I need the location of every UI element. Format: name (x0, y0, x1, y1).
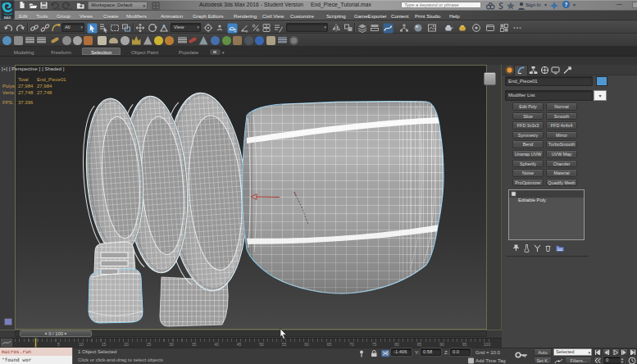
sign-in-button[interactable]: Sign In (526, 2, 541, 7)
window-edge-button[interactable] (632, 2, 637, 8)
make-unique-icon[interactable] (533, 243, 542, 253)
ribbon-cone-icon[interactable] (143, 36, 152, 45)
command-panel-tab-motion-icon[interactable] (540, 66, 549, 75)
configure-modifier-sets-icon[interactable] (555, 243, 564, 253)
ribbon-lines-icon[interactable] (178, 37, 187, 43)
new-scene-icon[interactable] (17, 0, 28, 11)
menu-tools[interactable]: Tools (36, 13, 48, 19)
ribbon-tab-object-paint[interactable]: Object Paint (131, 49, 157, 55)
render-production-icon[interactable] (457, 23, 467, 33)
previous-frame-button[interactable] (603, 348, 611, 356)
undo-icon[interactable] (3, 23, 13, 33)
z-coordinate-field[interactable]: 0.0 (450, 348, 471, 356)
search-input[interactable] (401, 2, 481, 8)
spinner-snap-icon[interactable] (262, 23, 271, 33)
modifier-button-material[interactable]: Material (546, 169, 577, 177)
modifier-button-bend[interactable]: Bend (512, 140, 544, 148)
modifier-button-slice[interactable]: Slice (512, 112, 544, 121)
modifier-button-ffd-4x4x4[interactable]: FFD 4x4x4 (546, 121, 577, 130)
menu-create[interactable]: Create (103, 13, 118, 19)
time-slider-next-arrow[interactable]: ▶ (65, 331, 67, 336)
ribbon-swirl-icon[interactable] (2, 36, 11, 45)
stack-item-editable-poly[interactable]: Editable Poly (509, 190, 584, 198)
ribbon-sphere-icon[interactable] (121, 36, 130, 45)
ribbon-globe-icon[interactable] (211, 36, 220, 45)
redo-icon[interactable] (61, 0, 72, 11)
menu-civil-view[interactable]: Civil View (262, 13, 284, 19)
menu-rendering[interactable]: Rendering (234, 13, 257, 19)
angle-snap-icon[interactable]: n (239, 23, 249, 33)
material-editor-icon[interactable] (413, 23, 423, 33)
macro-recorder-line[interactable]: macros.run (0, 348, 73, 356)
key-mode-dropdown[interactable]: Selected▾ (553, 348, 592, 356)
help-icon[interactable]: ? (562, 1, 570, 8)
modifier-button-mirror[interactable]: Mirror (546, 131, 577, 139)
y-coordinate-field[interactable]: 0.58 (421, 348, 441, 356)
modifier-button-uvw-map[interactable]: UVW Map (546, 150, 577, 158)
ribbon-sun-icon[interactable] (154, 36, 163, 45)
menu-modifiers[interactable]: Modifiers (126, 13, 147, 19)
viewport-pov-label[interactable]: [ Perspective ] (9, 66, 40, 71)
ribbon-list2-icon[interactable] (37, 37, 46, 43)
command-panel-tab-display-icon[interactable] (551, 66, 560, 75)
workspace-dropdown[interactable]: Workspace: Default▾ (88, 1, 148, 10)
ribbon-mountain-icon[interactable] (199, 36, 208, 45)
bind-to-space-warp-icon[interactable] (51, 23, 61, 33)
rendered-frame-window-icon[interactable] (427, 23, 437, 33)
modifier-list-dropdown[interactable]: Modifier List (505, 90, 593, 101)
edit-named-selection-sets-icon[interactable] (273, 23, 283, 33)
window-crossing-icon[interactable] (121, 23, 131, 33)
select-and-manipulate-icon[interactable] (215, 23, 225, 33)
curve-editor-icon[interactable] (383, 23, 394, 34)
command-panel-tab-utilities-icon[interactable] (562, 66, 571, 75)
modifier-button-symmetry[interactable]: Symmetry (512, 131, 544, 139)
menu-print-studio[interactable]: Print Studio (415, 13, 441, 19)
layer-manager-icon[interactable] (357, 23, 367, 33)
command-panel-tab-modify-icon[interactable] (516, 66, 526, 75)
modifier-button-ffd-3x3x3[interactable]: FFD 3x3x3 (512, 121, 544, 130)
modifier-button-quadify-mesh[interactable]: Quadify Mesh (546, 179, 577, 187)
remove-modifier-icon[interactable] (544, 243, 553, 253)
open-file-icon[interactable] (28, 0, 39, 11)
time-tag-icon[interactable] (467, 357, 475, 364)
maxscript-listener-line[interactable]: "found wor (0, 356, 73, 364)
save-file-icon[interactable] (39, 0, 49, 11)
ribbon-cube-icon[interactable] (98, 36, 107, 45)
workspace-grid-icon[interactable] (151, 1, 160, 10)
select-object-icon[interactable] (87, 23, 98, 34)
mini-curve-editor-button[interactable] (1, 339, 12, 347)
modifier-button-smooth[interactable]: Smooth (546, 112, 577, 121)
menu-graph-editors[interactable]: Graph Editors (193, 13, 224, 19)
select-and-move-icon[interactable] (135, 23, 145, 33)
named-selection-sets-dropdown[interactable]: ▾ (286, 23, 328, 32)
auto-key-button[interactable]: Auto (534, 348, 552, 356)
modifier-button-prooptimizer[interactable]: ProOptimizer (512, 179, 544, 187)
search-binoculars-icon[interactable] (485, 1, 495, 11)
add-time-tag-label[interactable]: Add Time Tag (475, 358, 506, 363)
menu-views[interactable]: Views (80, 13, 93, 19)
viewport-shading-label[interactable]: [ Shaded ] (42, 66, 64, 71)
redo-icon[interactable] (16, 23, 25, 33)
select-and-link-icon[interactable] (30, 23, 39, 33)
next-frame-button[interactable] (620, 348, 628, 356)
align-icon[interactable] (344, 23, 353, 33)
modifier-list-arrow-button[interactable]: ▾ (594, 90, 607, 101)
show-end-result-icon[interactable] (522, 243, 531, 253)
set-keys-key-icon[interactable] (515, 351, 528, 359)
selection-filter-dropdown[interactable]: All▾ (61, 23, 84, 32)
viewport-plus-menu[interactable]: [+] (2, 66, 7, 71)
ribbon-bars-icon[interactable] (278, 37, 287, 43)
ribbon-tab-freeform[interactable]: Freeform (49, 49, 73, 55)
ribbon-darksphere-icon[interactable] (244, 36, 253, 45)
select-and-scale-icon[interactable] (159, 23, 169, 33)
menu-gameexporter[interactable]: GameExporter (354, 13, 387, 19)
mirror-icon[interactable] (331, 23, 341, 33)
asset-grid-icon[interactable] (499, 23, 509, 33)
ribbon-tab-overflow[interactable] (210, 49, 221, 55)
ribbon-dome-icon[interactable] (109, 38, 118, 43)
unlink-selection-icon[interactable] (40, 23, 50, 33)
modifier-button-chamfer[interactable]: Chamfer (546, 160, 577, 168)
ribbon-tab-populate[interactable]: Populate (178, 49, 199, 55)
dots-more-icon[interactable] (512, 23, 522, 33)
set-key-curve-icon[interactable] (554, 357, 563, 364)
